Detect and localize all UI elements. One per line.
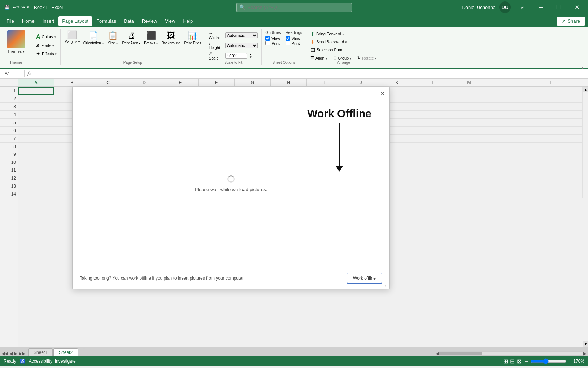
close-button[interactable]: ✕ — [569, 0, 585, 14]
undo-button[interactable]: ↩ ▾ — [13, 5, 19, 10]
align-button[interactable]: ☰ Align ▾ — [309, 55, 329, 61]
menu-insert[interactable]: Insert — [39, 16, 58, 26]
restore-button[interactable]: ❐ — [550, 0, 567, 14]
width-select[interactable]: Automatic — [225, 32, 258, 38]
zoom-out-button[interactable]: ─ — [525, 359, 528, 364]
zoom-slider[interactable] — [530, 358, 566, 364]
hscroll-track[interactable] — [439, 351, 583, 356]
print-area-button[interactable]: 🖨 Print Area ▾ — [121, 30, 142, 56]
col-header-G[interactable]: G — [235, 79, 271, 87]
orientation-button[interactable]: 📄 Orientation ▾ — [82, 30, 105, 56]
menu-help[interactable]: Help — [179, 16, 196, 26]
cell-A3[interactable] — [18, 103, 54, 111]
col-header-L[interactable]: L — [415, 79, 451, 87]
modal-close-button[interactable]: ✕ — [378, 89, 387, 98]
tab-scroll-next[interactable]: ▶ — [14, 351, 17, 356]
gridlines-view-checkbox[interactable] — [265, 36, 270, 41]
size-button[interactable]: 📋 Size ▾ — [106, 30, 120, 56]
print-titles-button[interactable]: 📊 Print Titles — [183, 30, 203, 56]
resize-handle[interactable]: ⤡ — [384, 284, 388, 288]
background-button[interactable]: 🖼 Background — [160, 30, 182, 56]
col-header-A[interactable]: A — [18, 79, 54, 87]
col-header-D[interactable]: D — [126, 79, 162, 87]
cell-A10[interactable] — [18, 158, 54, 166]
vertical-scrollbar[interactable]: ▲ ▼ — [583, 87, 588, 347]
cell-A12[interactable] — [18, 174, 54, 182]
cell-A5[interactable] — [18, 119, 54, 127]
rotate-button[interactable]: ↻ Rotate ▾ — [356, 55, 378, 61]
margins-button[interactable]: ⬜ Margins ▾ — [63, 30, 81, 56]
save-button[interactable]: 💾 — [3, 3, 11, 11]
menu-review[interactable]: Review — [138, 16, 161, 26]
menu-home[interactable]: Home — [18, 16, 38, 26]
tab-scroll-first[interactable]: ◀◀ — [1, 351, 8, 356]
col-header-I[interactable]: I — [307, 79, 343, 87]
minimize-button[interactable]: ─ — [532, 0, 549, 14]
headings-print-label[interactable]: Print — [286, 41, 302, 45]
cell-A2[interactable] — [18, 95, 54, 103]
formula-input[interactable] — [34, 71, 585, 76]
cell-A7[interactable] — [18, 135, 54, 143]
col-header-I-right[interactable]: I — [518, 79, 583, 87]
group-button[interactable]: ⊞ Group ▾ — [332, 55, 353, 61]
headings-print-checkbox[interactable] — [286, 41, 290, 45]
ribbon-display-button[interactable]: 🖊 — [514, 0, 531, 14]
breaks-button[interactable]: ⬛ Breaks ▾ — [143, 30, 159, 56]
share-button[interactable]: ↗ Share — [557, 17, 585, 26]
cell-A8[interactable] — [18, 143, 54, 150]
sheet-tab-sheet2[interactable]: Sheet2 — [53, 348, 78, 356]
col-header-B[interactable]: B — [54, 79, 90, 87]
cell-A4[interactable] — [18, 111, 54, 119]
height-select[interactable]: Automatic — [225, 43, 258, 48]
fonts-button[interactable]: A Fonts ▾ — [35, 42, 58, 49]
col-header-K[interactable]: K — [379, 79, 415, 87]
col-header-H[interactable]: H — [271, 79, 307, 87]
effects-button[interactable]: ✦ Effects ▾ — [35, 50, 58, 57]
hscroll-right[interactable]: ▶ — [583, 351, 587, 356]
undo-dropdown[interactable]: ▾ — [17, 5, 19, 9]
headings-view-label[interactable]: View — [286, 36, 302, 41]
menu-formulas[interactable]: Formulas — [93, 16, 119, 26]
colors-button[interactable]: A Colors ▾ — [35, 33, 58, 41]
cell-A1[interactable] — [18, 87, 54, 95]
cell-ref-input[interactable] — [3, 70, 25, 77]
menu-file[interactable]: File — [3, 16, 18, 26]
tab-scroll-last[interactable]: ▶▶ — [19, 351, 25, 356]
col-header-J[interactable]: J — [343, 79, 379, 87]
cell-A9[interactable] — [18, 150, 54, 158]
col-header-E[interactable]: E — [162, 79, 199, 87]
page-layout-view-button[interactable]: ⊟ — [510, 358, 515, 365]
gridlines-print-label[interactable]: Print — [265, 41, 281, 45]
hscroll-left[interactable]: ◀ — [436, 351, 439, 356]
gridlines-view-label[interactable]: View — [265, 36, 281, 41]
col-header-C[interactable]: C — [90, 79, 126, 87]
themes-button[interactable]: Themes ▾ — [2, 30, 30, 53]
col-header-F[interactable]: F — [199, 79, 235, 87]
search-input[interactable] — [236, 3, 352, 12]
scale-spinner[interactable]: ▲ ▼ — [249, 53, 252, 59]
tab-scroll-prev[interactable]: ◀ — [9, 351, 13, 356]
scroll-down-button[interactable]: ▼ — [583, 341, 588, 347]
selection-pane-button[interactable]: ▤ Selection Pane — [309, 46, 378, 53]
work-offline-button[interactable]: Work offline — [347, 273, 382, 284]
sheet-tab-sheet1[interactable]: Sheet1 — [28, 348, 53, 356]
zoom-in-button[interactable]: + — [569, 359, 571, 364]
user-avatar[interactable]: DU — [499, 1, 511, 13]
send-backward-button[interactable]: ⬇ Send Backward ▾ — [309, 38, 378, 45]
menu-data[interactable]: Data — [120, 16, 137, 26]
headings-view-checkbox[interactable] — [286, 36, 290, 41]
page-break-view-button[interactable]: ⊠ — [517, 358, 522, 365]
normal-view-button[interactable]: ⊞ — [503, 358, 508, 365]
redo-button[interactable]: ↪ — [21, 5, 25, 10]
bring-forward-button[interactable]: ⬆ Bring Forward ▾ — [309, 30, 378, 38]
cell-A6[interactable] — [18, 127, 54, 135]
scroll-up-button[interactable]: ▲ — [583, 87, 588, 92]
scroll-track[interactable] — [583, 92, 588, 341]
col-header-M[interactable]: M — [451, 79, 487, 87]
add-sheet-button[interactable]: + — [80, 348, 88, 356]
customize-qat-button[interactable]: ▾ — [27, 5, 29, 9]
scale-input[interactable] — [225, 53, 247, 59]
menu-page-layout[interactable]: Page Layout — [58, 16, 92, 26]
cell-A11[interactable] — [18, 166, 54, 174]
collapse-ribbon-button[interactable]: ▲ — [581, 67, 584, 68]
